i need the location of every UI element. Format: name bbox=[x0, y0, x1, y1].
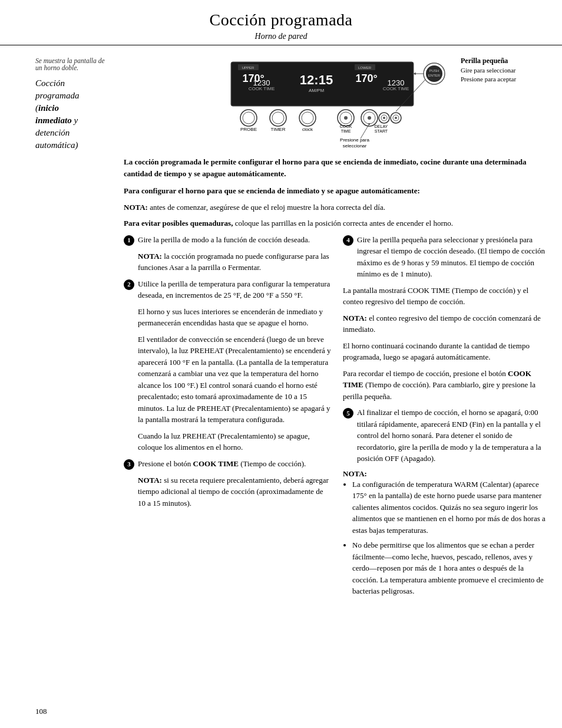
svg-point-26 bbox=[302, 112, 313, 124]
right-nota4: NOTA: el conteo regresivo del tiempo de … bbox=[343, 312, 550, 335]
oven-diagram-container: UPPER 170° COOK TIME 1230 12:15 AM/PM L bbox=[124, 56, 550, 147]
main-content: UPPER 170° COOK TIME 1230 12:15 AM/PM L bbox=[112, 45, 562, 612]
step3-number: 3 bbox=[124, 459, 134, 470]
page-number: 108 bbox=[35, 707, 47, 716]
right-nota4-text: el conteo regresivo del tiempo de cocció… bbox=[343, 314, 541, 334]
step2-para3: Cuando la luz PREHEAT (Precalentamiento)… bbox=[138, 430, 331, 453]
para-evitar-section: Para evitar posibles quemaduras, coloque… bbox=[124, 218, 550, 229]
step1-text: Gire la perilla de modo a la función de … bbox=[138, 235, 310, 244]
step2-text: Utilice la perilla de temperatura para c… bbox=[138, 279, 330, 300]
left-sidebar: Se muestra la pantalla de un horno doble… bbox=[0, 45, 112, 612]
svg-text:clock: clock bbox=[302, 127, 313, 132]
step3-nota-text: si su receta requiere precalentamiento, … bbox=[138, 476, 329, 508]
step1-number: 1 bbox=[124, 235, 134, 246]
step5-content: Al finalizar el tiempo de cocción, el ho… bbox=[357, 407, 550, 465]
right-nota4-label: NOTA: bbox=[343, 314, 367, 322]
step2-content: Utilice la perilla de temperatura para c… bbox=[138, 278, 331, 301]
bullet1: La configuración de temperatura WARM (Ca… bbox=[352, 479, 550, 536]
page-subtitle: Horno de pared bbox=[35, 32, 527, 41]
svg-text:UPPER: UPPER bbox=[242, 66, 254, 70]
sidebar-caption: Se muestra la pantalla de un horno doble… bbox=[35, 57, 106, 71]
intro-subheading: Para configurar el horno para que se enc… bbox=[124, 185, 550, 197]
nota1-label: NOTA: bbox=[124, 203, 148, 212]
sidebar-title: Cocciónprogramada(inicioinmediato ydeten… bbox=[35, 77, 106, 151]
nota1-section: NOTA: antes de comenzar, asegúrese de qu… bbox=[124, 202, 550, 213]
svg-point-23 bbox=[272, 112, 284, 124]
nota1-text: antes de comenzar, asegúrese de que el r… bbox=[148, 203, 385, 212]
step1-nota-text: la cocción programada no puede configura… bbox=[138, 252, 329, 272]
svg-point-20 bbox=[243, 112, 254, 124]
right-para-recordar: Para recordar el tiempo de cocción, pres… bbox=[343, 368, 550, 403]
svg-text:START: START bbox=[375, 129, 388, 133]
step5-number: 5 bbox=[343, 408, 353, 419]
bullet-list: La configuración de temperatura WARM (Ca… bbox=[343, 479, 550, 597]
para-evitar-label: Para evitar posibles quemaduras, bbox=[124, 219, 233, 228]
svg-text:LOWER: LOWER bbox=[358, 66, 372, 70]
step3-bold: COOK TIME bbox=[193, 459, 239, 468]
step3-nota-label: NOTA: bbox=[138, 476, 162, 485]
step3-item: 3 Presione el botón COOK TIME (Tiempo de… bbox=[124, 458, 331, 470]
step4-content: Gire la perilla pequeña para seleccionar… bbox=[357, 234, 550, 280]
step1-nota: NOTA: la cocción programada no puede con… bbox=[138, 251, 331, 274]
para-evitar-text: coloque las parrillas en la posición cor… bbox=[233, 219, 453, 228]
oven-diagram-svg: UPPER 170° COOK TIME 1230 12:15 AM/PM L bbox=[213, 56, 461, 144]
step2-number: 2 bbox=[124, 279, 134, 290]
right-para-continues: El horno continuará cocinando durante la… bbox=[343, 340, 550, 363]
svg-line-47 bbox=[361, 124, 369, 139]
step3-nota: NOTA: si su receta requiere precalentami… bbox=[138, 475, 331, 509]
perilla-title: Perilla pequeña bbox=[461, 56, 537, 66]
svg-text:ENTER: ENTER bbox=[428, 74, 441, 77]
step2-para2: El ventilador de convección se encenderá… bbox=[138, 334, 331, 426]
col-right: 4 Gire la perilla pequeña para seleccion… bbox=[343, 234, 550, 601]
svg-point-30 bbox=[344, 116, 348, 120]
svg-text:DELAY: DELAY bbox=[375, 124, 388, 129]
two-col-steps: 1 Gire la perilla de modo a la función d… bbox=[124, 234, 550, 601]
col-left: 1 Gire la perilla de modo a la función d… bbox=[124, 234, 331, 601]
perilla-desc: Gire para seleccionarPresione para acept… bbox=[461, 66, 537, 84]
svg-text:COOK: COOK bbox=[340, 124, 352, 129]
oven-diagram-wrapper: UPPER 170° COOK TIME 1230 12:15 AM/PM L bbox=[213, 56, 461, 147]
perilla-label-block: Perilla pequeña Gire para seleccionarPre… bbox=[461, 56, 537, 84]
nota-final-section: NOTA: La configuración de temperatura WA… bbox=[343, 469, 550, 597]
svg-text:TIMER: TIMER bbox=[271, 127, 286, 132]
step2-item: 2 Utilice la perilla de temperatura para… bbox=[124, 278, 331, 301]
step4-item: 4 Gire la perilla pequeña para seleccion… bbox=[343, 234, 550, 280]
svg-text:AM/PM: AM/PM bbox=[309, 88, 325, 93]
step1-content: Gire la perilla de modo a la función de … bbox=[138, 234, 331, 246]
step5-item: 5 Al finalizar el tiempo de cocción, el … bbox=[343, 407, 550, 465]
page-title: Cocción programada bbox=[35, 11, 527, 29]
svg-text:PUSH: PUSH bbox=[429, 69, 439, 73]
svg-text:TIME: TIME bbox=[341, 129, 351, 133]
page-header: Cocción programada Horno de pared bbox=[0, 0, 562, 45]
nota-final-header: NOTA: bbox=[343, 469, 550, 479]
intro-bold: La cocción programada le permite configu… bbox=[124, 156, 550, 179]
svg-text:seleccionar: seleccionar bbox=[343, 143, 367, 149]
svg-text:COOK TIME: COOK TIME bbox=[383, 86, 409, 91]
cook-time-bold: COOK TIME bbox=[343, 369, 531, 390]
step3-content: Presione el botón COOK TIME (Tiempo de c… bbox=[138, 458, 331, 470]
svg-text:12:15: 12:15 bbox=[300, 73, 333, 87]
svg-text:1230: 1230 bbox=[253, 78, 270, 87]
svg-point-38 bbox=[383, 117, 385, 119]
svg-text:Presione para: Presione para bbox=[340, 137, 369, 143]
content-area: Se muestra la pantalla de un horno doble… bbox=[0, 45, 562, 612]
right-para-display: La pantalla mostrará COOK TIME (Tiempo d… bbox=[343, 285, 550, 308]
step1-nota-label: NOTA: bbox=[138, 252, 162, 261]
step2-para1: El horno y sus luces interiores se encen… bbox=[138, 306, 331, 329]
step1-item: 1 Gire la perilla de modo a la función d… bbox=[124, 234, 331, 246]
step4-number: 4 bbox=[343, 235, 353, 246]
svg-point-41 bbox=[395, 117, 397, 119]
bullet2: No debe permitirse que los alimentos que… bbox=[352, 539, 550, 597]
svg-text:170°: 170° bbox=[355, 73, 377, 84]
svg-text:PROBE: PROBE bbox=[240, 127, 257, 132]
svg-point-35 bbox=[368, 116, 371, 120]
intro-section: La cocción programada le permite configu… bbox=[124, 156, 550, 197]
